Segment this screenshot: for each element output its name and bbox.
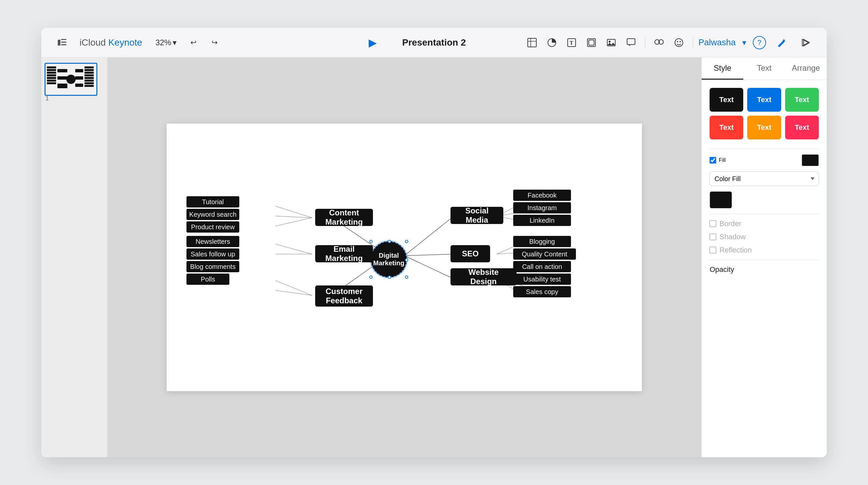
divider-swatches [710,149,819,149]
social-media-node[interactable]: Social Media [451,207,503,224]
slide-panel: 1 [41,57,107,457]
insert-toolbar: T [523,35,640,50]
usability-test-node[interactable]: Usability test [513,274,571,285]
svg-rect-41 [85,80,94,82]
undo-button[interactable]: ↩ [186,35,201,50]
user-name[interactable]: Palwasha [699,37,736,48]
divider-reflection [710,260,819,260]
swatch-green[interactable]: Text [785,88,819,112]
chart-button[interactable] [543,35,560,50]
handle-right [405,258,408,262]
handle-br [405,276,408,279]
fill-color-preview[interactable] [710,191,732,208]
fill-checkbox-label[interactable]: Fill [710,157,725,164]
quality-content-node[interactable]: Quality Content [513,249,576,260]
svg-rect-29 [57,69,67,73]
fill-type-select[interactable]: Color Fill Gradient Fill Image Fill No F… [710,171,819,186]
product-review-node[interactable]: Product review [186,221,239,233]
presentation-title: ▶ [364,35,381,50]
blogging-node[interactable]: Blogging [513,236,571,247]
canvas-area[interactable]: DigitalMarketing Content Marketing Email… [107,57,701,457]
sidebar-toggle-button[interactable] [55,35,70,50]
shadow-checkbox[interactable] [710,234,716,240]
swatch-pink[interactable]: Text [785,116,819,139]
tutorial-node[interactable]: Tutorial [186,196,239,207]
comment-button[interactable] [622,35,640,50]
format-button[interactable] [773,35,790,50]
tab-style[interactable]: Style [702,57,743,80]
text-button[interactable]: T [563,35,580,50]
svg-line-49 [404,256,454,279]
email-marketing-node[interactable]: Email Marketing [315,245,373,262]
shape-button[interactable] [583,35,600,50]
center-node[interactable]: DigitalMarketing [371,241,407,278]
table-button[interactable] [523,35,540,50]
handle-tr [405,240,408,243]
help-button[interactable]: ? [753,36,766,49]
emoji-button[interactable] [670,35,687,50]
border-checkbox[interactable] [710,220,716,227]
sales-follow-up-node[interactable]: Sales follow up [186,249,239,260]
opacity-row: Opacity [710,265,819,274]
play-button[interactable]: ▶ [364,35,381,50]
svg-line-52 [276,218,312,226]
seo-node[interactable]: SEO [451,245,490,262]
reflection-checkbox[interactable] [710,247,716,253]
slide-thumbnail-1[interactable]: 1 [44,63,97,96]
facebook-node[interactable]: Facebook [513,190,571,201]
svg-rect-2 [61,41,66,42]
linkedin-node[interactable]: LinkedIn [513,215,571,226]
sales-copy-node[interactable]: Sales copy [513,286,571,297]
header-right: Palwasha ▾ ? [699,35,813,50]
content-marketing-node[interactable]: Content Marketing [315,209,373,226]
swatch-blue[interactable]: Text [747,88,781,112]
svg-rect-37 [85,69,94,71]
svg-line-50 [276,206,312,218]
redo-button[interactable]: ↪ [207,35,222,50]
handle-top [388,240,391,243]
panel-tabs: Style Text Arrange [702,57,827,80]
customer-feedback-node[interactable]: CustomerFeedback [315,285,373,307]
newsletters-node[interactable]: Newsletters [186,236,239,247]
collab-button[interactable] [651,35,668,50]
slide-canvas[interactable]: DigitalMarketing Content Marketing Email… [167,123,642,391]
divider-1 [645,37,645,49]
svg-line-47 [404,216,454,256]
handle-bottom [388,276,391,279]
svg-text:T: T [570,40,573,46]
animate-button[interactable] [796,35,813,50]
svg-rect-33 [75,69,83,73]
svg-rect-36 [85,66,94,68]
fill-checkbox[interactable] [710,157,716,164]
toolbar-zoom: 32% ▾ ↩ ↪ [152,35,222,50]
tab-arrange[interactable]: Arrange [785,57,827,80]
blog-comments-node[interactable]: Blog comments [186,261,239,272]
svg-rect-14 [627,39,635,45]
fill-color-swatch[interactable] [802,154,819,166]
swatch-orange[interactable]: Text [747,116,781,139]
media-button[interactable] [603,35,620,50]
svg-rect-27 [47,80,56,82]
fill-label: Fill [719,157,725,163]
svg-rect-43 [85,85,94,87]
instagram-node[interactable]: Instagram [513,202,571,213]
right-panel: Style Text Arrange Text Text Text Text T… [701,57,827,457]
zoom-selector[interactable]: 32% ▾ [152,36,180,49]
chevron-down-icon: ▾ [173,38,177,47]
svg-rect-38 [85,72,94,74]
polls-node[interactable]: Polls [186,274,229,285]
swatch-red[interactable]: Text [710,116,743,139]
svg-point-17 [675,39,683,47]
tab-text[interactable]: Text [743,57,785,80]
panel-content: Text Text Text Text Text Text Fill [702,80,827,457]
call-on-action-node[interactable]: Call on action [513,261,571,272]
keyword-search-node[interactable]: Keyword search [186,209,239,220]
swatch-black[interactable]: Text [710,88,743,112]
divider-2 [693,37,693,49]
website-design-node[interactable]: Website Design [451,268,517,285]
svg-line-55 [276,281,312,295]
svg-line-56 [276,290,312,295]
header-left: iCloud Keynote 32% ▾ ↩ ↪ [55,35,222,50]
svg-rect-28 [47,82,56,84]
doc-title: Presentation 2 [402,37,466,48]
